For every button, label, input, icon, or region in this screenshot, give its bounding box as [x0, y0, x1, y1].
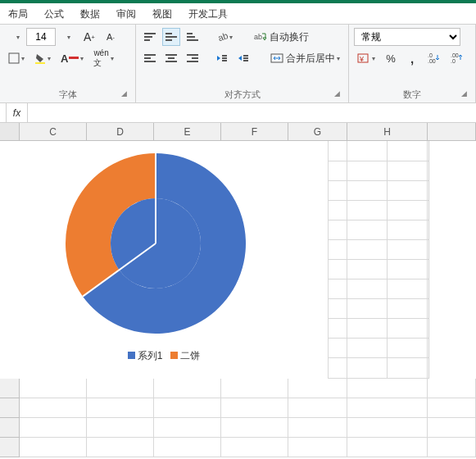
- decrease-indent-button[interactable]: [213, 49, 231, 67]
- decrease-decimal-button[interactable]: .00.0: [447, 49, 467, 67]
- svg-text:.0: .0: [428, 52, 433, 58]
- font-color-button[interactable]: A ▾: [57, 49, 87, 67]
- comma-button[interactable]: ,: [403, 49, 421, 67]
- tab-review[interactable]: 审阅: [108, 3, 144, 25]
- font-launcher-icon[interactable]: ◢: [119, 89, 129, 99]
- grow-font-button[interactable]: A+: [80, 28, 98, 46]
- percent-button[interactable]: %: [382, 49, 400, 67]
- svg-rect-5: [222, 55, 227, 57]
- font-name-dropdown[interactable]: ▾: [5, 28, 23, 46]
- align-top-icon: [144, 31, 156, 43]
- merge-center-button[interactable]: 合并后居中▾: [267, 49, 343, 67]
- accounting-format-button[interactable]: ¥▾: [354, 49, 379, 67]
- increase-decimal-button[interactable]: .0.00: [424, 49, 444, 67]
- number-format-select[interactable]: 常规: [354, 28, 460, 46]
- col-header-e[interactable]: E: [154, 123, 221, 140]
- align-bottom-button[interactable]: [184, 28, 202, 46]
- orientation-button[interactable]: ab▾: [213, 28, 236, 46]
- svg-rect-8: [243, 55, 248, 57]
- ribbon: ▾ ▾ A+ A- ▾ ▾ A ▾ wén文▾ 字体 ◢: [0, 25, 476, 103]
- group-label-align: 对齐方式: [224, 89, 261, 99]
- group-label-font: 字体: [59, 89, 77, 99]
- svg-text:¥: ¥: [359, 55, 365, 63]
- legend-label-2: 二饼: [180, 350, 200, 361]
- align-top-button[interactable]: [141, 28, 159, 46]
- side-panel: [428, 141, 476, 379]
- align-right-icon: [187, 52, 198, 64]
- align-center-button[interactable]: [162, 49, 180, 67]
- align-right-button[interactable]: [184, 49, 202, 67]
- align-middle-icon: [165, 31, 177, 43]
- svg-text:.00: .00: [428, 58, 436, 64]
- align-launcher-icon[interactable]: ◢: [332, 89, 342, 99]
- align-center-icon: [165, 52, 177, 64]
- legend-swatch-1: [128, 352, 135, 359]
- formula-input[interactable]: [28, 103, 476, 122]
- svg-text:ab: ab: [254, 33, 262, 41]
- svg-rect-1: [35, 62, 45, 64]
- svg-rect-10: [243, 60, 248, 61]
- svg-rect-9: [243, 57, 248, 59]
- align-middle-button[interactable]: [162, 28, 180, 46]
- col-header-d[interactable]: D: [87, 123, 154, 140]
- select-all-corner[interactable]: [0, 123, 20, 140]
- fill-color-button[interactable]: ▾: [31, 49, 54, 67]
- align-left-icon: [144, 52, 156, 64]
- column-headers: C D E F G H: [0, 123, 476, 141]
- formula-bar: fx: [0, 103, 476, 123]
- wrap-text-button[interactable]: ab 自动换行: [251, 28, 312, 46]
- increase-indent-button[interactable]: [234, 49, 252, 67]
- wrap-icon: ab: [254, 31, 267, 43]
- tab-formula[interactable]: 公式: [36, 3, 72, 25]
- col-header-h[interactable]: H: [347, 123, 428, 140]
- svg-rect-7: [222, 60, 227, 61]
- col-header-f[interactable]: F: [221, 123, 288, 140]
- name-box[interactable]: [0, 103, 7, 122]
- number-launcher-icon[interactable]: ◢: [459, 89, 469, 99]
- legend-label-1: 系列1: [138, 350, 163, 361]
- align-bottom-icon: [187, 31, 198, 43]
- group-label-number: 数字: [403, 89, 421, 99]
- embedded-pie-chart[interactable]: 系列1 二饼: [0, 141, 328, 379]
- svg-text:ab: ab: [216, 31, 228, 43]
- fx-button[interactable]: fx: [7, 103, 28, 122]
- border-button[interactable]: ▾: [5, 49, 28, 67]
- tab-data[interactable]: 数据: [72, 3, 108, 25]
- chart-legend: 系列1 二饼: [0, 349, 328, 363]
- shrink-font-button[interactable]: A-: [102, 28, 120, 46]
- col-header-g[interactable]: G: [288, 123, 347, 140]
- legend-swatch-2: [170, 352, 178, 359]
- col-header-c[interactable]: C: [20, 123, 87, 140]
- tab-layout[interactable]: 布局: [0, 3, 36, 25]
- svg-rect-0: [9, 53, 19, 63]
- font-size-dropdown[interactable]: ▾: [59, 28, 77, 46]
- merge-icon: [270, 52, 283, 64]
- ribbon-tabs: 布局 公式 数据 审阅 视图 开发工具: [0, 3, 476, 25]
- svg-text:.0: .0: [451, 58, 456, 64]
- svg-text:.00: .00: [451, 52, 459, 58]
- tab-view[interactable]: 视图: [144, 3, 180, 25]
- font-size-input[interactable]: [26, 28, 56, 46]
- align-left-button[interactable]: [141, 49, 159, 67]
- col-header-next[interactable]: [428, 123, 476, 140]
- tab-dev[interactable]: 开发工具: [180, 3, 236, 25]
- currency-icon: ¥: [357, 52, 370, 64]
- svg-rect-2: [69, 57, 79, 59]
- svg-rect-6: [222, 57, 227, 59]
- phonetic-button[interactable]: wén文▾: [90, 49, 116, 67]
